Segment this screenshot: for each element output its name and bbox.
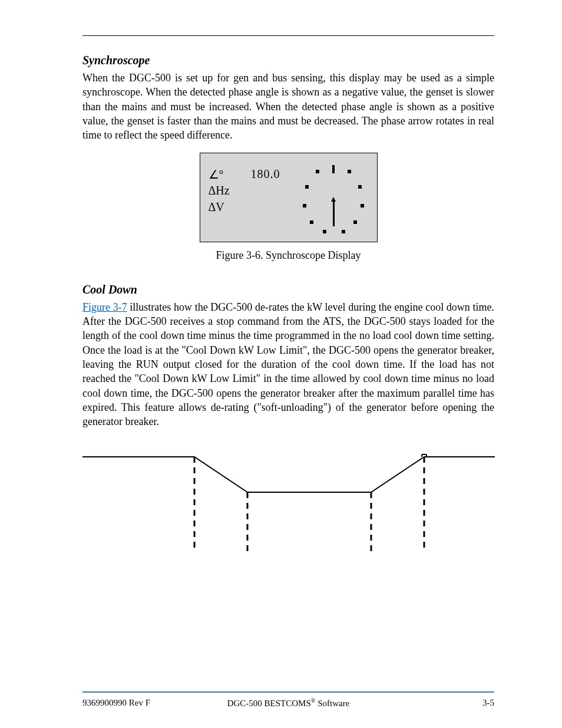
footer-center: DGC-500 BESTCOMS® Software [82, 697, 494, 709]
synchroscope-heading: Synchroscope [82, 54, 494, 67]
cool-down-heading: Cool Down [82, 283, 494, 297]
phase-dial [298, 165, 369, 236]
dial-tick [361, 204, 364, 207]
synchroscope-paragraph: When the DGC-500 is set up for gen and b… [82, 71, 494, 142]
dial-tick [353, 220, 357, 224]
angle-label: ∠° [209, 167, 224, 182]
dial-tick [316, 170, 319, 173]
page-footer: 9369900990 Rev F DGC-500 BESTCOMS® Softw… [82, 698, 494, 708]
dial-tick [323, 230, 326, 233]
cool-down-diagram [82, 439, 494, 557]
cool-down-paragraph: Figure 3-7 illustrates how the DGC-500 d… [82, 300, 494, 429]
dial-tick [305, 185, 309, 189]
phase-needle [333, 200, 335, 226]
dial-top-tick [332, 165, 335, 173]
cool-down-svg [82, 439, 495, 557]
dial-tick [342, 230, 345, 233]
figure-3-6-caption: Figure 3-6. Synchroscope Display [82, 248, 494, 262]
dial-tick [303, 204, 306, 207]
delta-hz-label: ΔHz [209, 184, 230, 197]
bottom-rule [82, 691, 494, 693]
top-rule [82, 35, 494, 36]
delta-v-label: ΔV [209, 200, 224, 214]
dial-tick [348, 170, 351, 173]
dial-tick [310, 220, 313, 224]
cool-down-para-text: illustrates how the DGC-500 de-rates the… [82, 301, 494, 427]
figure-3-7-link[interactable]: Figure 3-7 [82, 301, 127, 313]
synchroscope-display: ∠° ΔHz ΔV 180.0 [200, 153, 378, 242]
angle-value: 180.0 [251, 167, 280, 181]
dial-tick [358, 185, 362, 189]
